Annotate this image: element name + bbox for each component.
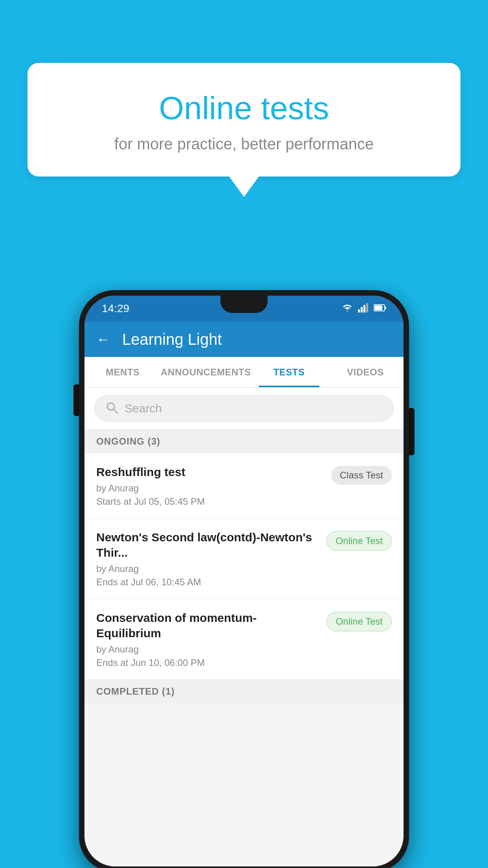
tab-ments[interactable]: MENTS	[84, 357, 161, 387]
test-info-newton: Newton's Second law(contd)-Newton's Thir…	[96, 530, 327, 588]
speech-bubble: Online tests for more practice, better p…	[28, 63, 460, 177]
bubble-title: Online tests	[59, 90, 429, 126]
search-bar[interactable]: Search	[94, 395, 394, 422]
ongoing-label: ONGOING (3)	[96, 436, 160, 447]
svg-line-8	[114, 409, 117, 413]
wifi-icon	[341, 303, 353, 314]
svg-rect-5	[385, 307, 386, 309]
bubble-subtitle: for more practice, better performance	[59, 135, 429, 153]
ongoing-section-header: ONGOING (3)	[84, 430, 404, 453]
completed-label: COMPLETED (1)	[96, 686, 175, 697]
battery-icon	[374, 304, 386, 313]
speech-bubble-container: Online tests for more practice, better p…	[28, 63, 460, 177]
phone-screen: 14:29	[84, 296, 404, 866]
status-time: 14:29	[102, 302, 129, 315]
svg-rect-6	[374, 305, 382, 310]
notch	[220, 296, 268, 313]
tab-announcements[interactable]: ANNOUNCEMENTS	[161, 357, 251, 387]
test-title-conservation: Conservation of momentum-Equilibrium	[96, 610, 319, 641]
phone-outer: 14:29	[79, 290, 409, 868]
test-by-conservation: by Anurag	[96, 644, 319, 655]
status-icons	[341, 303, 386, 314]
tab-videos[interactable]: VIDEOS	[327, 357, 404, 387]
test-info-conservation: Conservation of momentum-Equilibrium by …	[96, 610, 327, 668]
status-bar: 14:29	[84, 296, 404, 322]
back-button[interactable]: ←	[96, 331, 110, 348]
signal-icon	[358, 303, 369, 314]
search-placeholder: Search	[125, 402, 162, 415]
search-icon	[106, 401, 118, 416]
test-title-newton: Newton's Second law(contd)-Newton's Thir…	[96, 530, 319, 560]
test-date-newton: Ends at Jul 06, 10:45 AM	[96, 577, 319, 588]
test-badge-conservation: Online Test	[327, 612, 392, 631]
tab-tests[interactable]: TESTS	[251, 357, 327, 387]
app-bar: ← Learning Light	[84, 322, 404, 357]
test-date-reshuffling: Starts at Jul 05, 05:45 PM	[96, 496, 323, 507]
app-bar-title: Learning Light	[122, 331, 222, 348]
test-item-reshuffling[interactable]: Reshuffling test by Anurag Starts at Jul…	[84, 453, 404, 519]
test-date-conservation: Ends at Jun 10, 06:00 PM	[96, 657, 319, 668]
tabs-bar: MENTS ANNOUNCEMENTS TESTS VIDEOS	[84, 357, 404, 388]
test-badge-reshuffling: Class Test	[331, 466, 392, 485]
svg-rect-2	[363, 305, 365, 313]
test-badge-newton: Online Test	[327, 531, 392, 551]
svg-rect-0	[358, 309, 360, 313]
test-item-conservation[interactable]: Conservation of momentum-Equilibrium by …	[84, 599, 404, 680]
test-item-newton[interactable]: Newton's Second law(contd)-Newton's Thir…	[84, 519, 404, 599]
test-title-reshuffling: Reshuffling test	[96, 464, 323, 480]
svg-rect-3	[366, 303, 368, 313]
completed-section-header: COMPLETED (1)	[84, 680, 404, 703]
test-by-newton: by Anurag	[96, 563, 319, 574]
phone-frame: 14:29	[79, 290, 409, 868]
search-container: Search	[84, 388, 404, 430]
test-info-reshuffling: Reshuffling test by Anurag Starts at Jul…	[96, 464, 331, 507]
test-by-reshuffling: by Anurag	[96, 483, 323, 494]
svg-rect-1	[361, 307, 363, 313]
